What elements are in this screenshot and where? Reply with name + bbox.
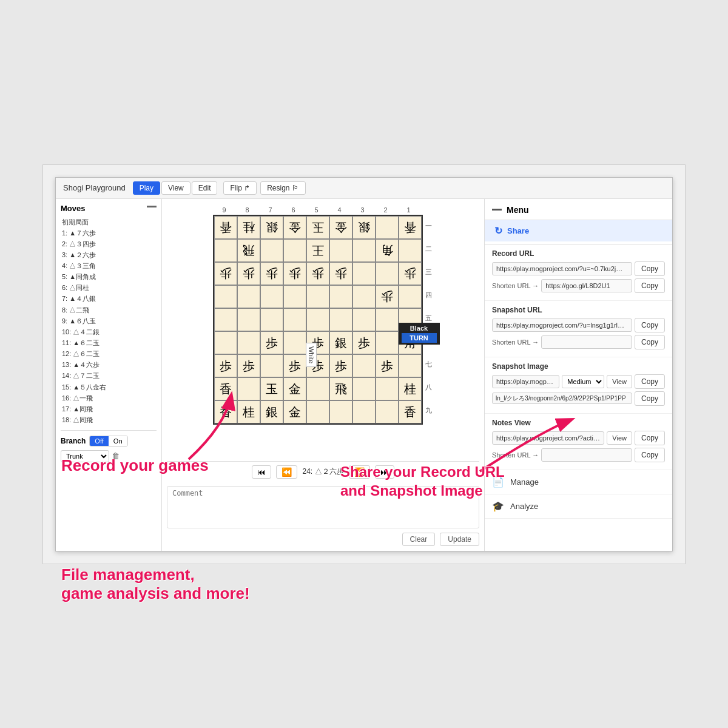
- board-cell[interactable]: 香: [214, 400, 237, 423]
- board-cell[interactable]: 香: [214, 216, 237, 239]
- board-cell[interactable]: [329, 285, 352, 308]
- snapshot-url-copy-btn[interactable]: Copy: [635, 318, 665, 332]
- notes-view-btn[interactable]: View: [607, 431, 632, 445]
- move-item[interactable]: 3: ▲２六歩: [61, 249, 157, 260]
- branch-toggle[interactable]: Off On: [89, 436, 127, 447]
- board-cell[interactable]: [237, 285, 260, 308]
- board-cell[interactable]: 香: [214, 377, 237, 400]
- board-cell[interactable]: [260, 308, 283, 331]
- comment-textarea[interactable]: [167, 486, 479, 528]
- board-cell[interactable]: 金: [283, 377, 306, 400]
- board-cell[interactable]: [237, 308, 260, 331]
- record-url-input[interactable]: [492, 262, 632, 275]
- board-cell[interactable]: 歩: [352, 331, 376, 354]
- move-item[interactable]: 17: ▲同飛: [61, 403, 157, 414]
- board-cell[interactable]: [376, 308, 399, 331]
- board-cell[interactable]: 桂: [237, 400, 260, 423]
- snapshot-image-input[interactable]: [492, 375, 559, 388]
- move-item[interactable]: 14: △７二玉: [61, 370, 157, 381]
- board-cell[interactable]: [237, 331, 260, 354]
- notes-long-input[interactable]: [492, 393, 632, 404]
- clear-button[interactable]: Clear: [402, 533, 436, 546]
- view-button[interactable]: View: [161, 181, 190, 195]
- update-button[interactable]: Update: [440, 533, 479, 546]
- board-cell[interactable]: [352, 308, 376, 331]
- board-cell[interactable]: 歩: [283, 354, 306, 377]
- board-cell[interactable]: 香: [399, 400, 422, 423]
- board-cell[interactable]: [306, 285, 329, 308]
- nav-first-btn[interactable]: ⏮: [252, 465, 271, 479]
- board-cell[interactable]: [399, 354, 422, 377]
- board-cell[interactable]: 歩: [283, 262, 306, 285]
- notes-shorten-copy-btn[interactable]: Copy: [635, 448, 665, 462]
- notes-shorten-input[interactable]: [541, 448, 632, 462]
- board-cell[interactable]: 銀: [352, 216, 376, 239]
- move-item[interactable]: 10: △４二銀: [61, 326, 157, 337]
- move-item[interactable]: 13: ▲４六歩: [61, 359, 157, 370]
- manage-menu-item[interactable]: 📄 Manage: [485, 470, 672, 494]
- move-item[interactable]: 12: △６二玉: [61, 348, 157, 359]
- board-cell[interactable]: 歩: [237, 262, 260, 285]
- move-item[interactable]: 7: ▲４八銀: [61, 293, 157, 304]
- board-cell[interactable]: [352, 285, 376, 308]
- board-cell[interactable]: [376, 331, 399, 354]
- size-select[interactable]: Medium Small Large: [562, 375, 604, 388]
- record-url-copy-btn[interactable]: Copy: [635, 261, 665, 276]
- nav-next-btn[interactable]: ⏩: [349, 465, 370, 479]
- record-shorten-copy-btn[interactable]: Copy: [635, 278, 665, 293]
- board-cell[interactable]: 金: [283, 400, 306, 423]
- board-cell[interactable]: [306, 308, 329, 331]
- board-cell[interactable]: [283, 285, 306, 308]
- board-cell[interactable]: 歩: [214, 262, 237, 285]
- move-item[interactable]: 9: ▲６八玉: [61, 315, 157, 326]
- board-cell[interactable]: 歩: [306, 262, 329, 285]
- menu-minimize-btn[interactable]: [492, 209, 502, 211]
- board-cell[interactable]: [260, 354, 283, 377]
- board-cell[interactable]: [329, 308, 352, 331]
- move-item[interactable]: 15: ▲５八金右: [61, 382, 157, 393]
- board-cell[interactable]: [237, 377, 260, 400]
- board-cell[interactable]: 角: [376, 239, 399, 262]
- snapshot-shorten-input[interactable]: [541, 335, 632, 349]
- board-cell[interactable]: [306, 377, 329, 400]
- board-cell[interactable]: 玉: [306, 216, 329, 239]
- board-cell[interactable]: 銀: [260, 400, 283, 423]
- branch-off-btn[interactable]: Off: [90, 436, 108, 446]
- move-item[interactable]: 6: △同桂: [61, 282, 157, 293]
- play-button[interactable]: Play: [133, 181, 160, 195]
- branch-on-btn[interactable]: On: [109, 436, 127, 446]
- board-cell[interactable]: [352, 400, 376, 423]
- board-cell[interactable]: 歩: [329, 262, 352, 285]
- trunk-delete-btn[interactable]: 🗑: [112, 451, 120, 460]
- board-cell[interactable]: [376, 377, 399, 400]
- board-cell[interactable]: 桂: [399, 377, 422, 400]
- board-cell[interactable]: 香: [399, 216, 422, 239]
- board-cell[interactable]: [306, 400, 329, 423]
- move-item[interactable]: 8: △二飛: [61, 305, 157, 315]
- board-cell[interactable]: [283, 331, 306, 354]
- board-cell[interactable]: [352, 262, 376, 285]
- board-cell[interactable]: 歩: [376, 354, 399, 377]
- board-cell[interactable]: 金: [329, 216, 352, 239]
- analyze-menu-item[interactable]: 🎓 Analyze: [485, 494, 672, 519]
- board-cell[interactable]: 玉: [260, 377, 283, 400]
- board-cell[interactable]: 歩: [237, 354, 260, 377]
- board-cell[interactable]: [376, 262, 399, 285]
- board-cell[interactable]: [260, 285, 283, 308]
- snapshot-image-copy-btn[interactable]: Copy: [635, 374, 665, 389]
- move-item[interactable]: 11: ▲６二玉: [61, 337, 157, 348]
- board-cell[interactable]: [352, 239, 376, 262]
- move-item[interactable]: 5: ▲同角成: [61, 271, 157, 282]
- board-cell[interactable]: [329, 400, 352, 423]
- nav-last-btn[interactable]: ⏭: [375, 465, 394, 479]
- move-item[interactable]: 18: △同飛: [61, 414, 157, 422]
- edit-button[interactable]: Edit: [192, 181, 218, 195]
- board-cell[interactable]: 銀: [260, 216, 283, 239]
- notes-url-input[interactable]: [492, 431, 604, 445]
- board-cell[interactable]: 桂: [237, 216, 260, 239]
- board-cell[interactable]: 王: [306, 239, 329, 262]
- board-cell[interactable]: 金: [283, 216, 306, 239]
- board-cell[interactable]: [352, 354, 376, 377]
- board-cell[interactable]: 歩: [260, 331, 283, 354]
- board-cell[interactable]: [352, 377, 376, 400]
